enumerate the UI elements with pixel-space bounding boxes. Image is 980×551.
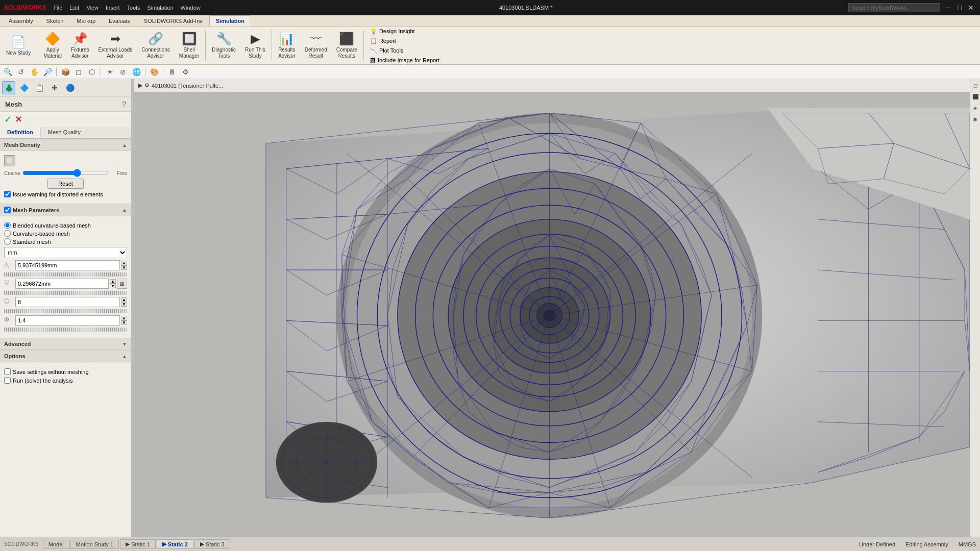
- run-analysis-checkbox[interactable]: [4, 377, 11, 384]
- warning-checkbox[interactable]: [4, 191, 11, 197]
- view-rotate-btn[interactable]: ↺: [15, 66, 27, 78]
- rs-btn-2[interactable]: ⬛: [971, 92, 979, 101]
- min-element-input[interactable]: [15, 279, 109, 289]
- min-element-arrows: ▲ ▼: [110, 279, 116, 288]
- apply-material-button[interactable]: 🔶 ApplyMaterial: [39, 28, 66, 63]
- save-settings-checkbox[interactable]: [4, 368, 11, 375]
- view-lights-btn[interactable]: ☀: [104, 66, 115, 78]
- view-appearance-btn[interactable]: 🎨: [149, 66, 160, 78]
- include-image-button[interactable]: 🖼 Include Image for Report: [370, 57, 439, 63]
- max-element-up[interactable]: ▲: [121, 261, 127, 265]
- tab-motion-study-1[interactable]: Motion Study 1: [70, 540, 119, 549]
- panel-icon-display[interactable]: ✚: [48, 81, 61, 94]
- standard-radio[interactable]: [4, 238, 11, 245]
- menu-view[interactable]: View: [83, 4, 102, 12]
- diagnostic-tools-button[interactable]: 🔧 DiagnosticTools: [208, 28, 240, 63]
- view-display-btn[interactable]: 📦: [60, 66, 71, 78]
- tab-static-3[interactable]: ▶Static 3: [194, 539, 230, 549]
- circle-up[interactable]: ▲: [121, 316, 127, 320]
- unit-select[interactable]: mmcminft: [4, 247, 127, 258]
- shell-manager-button[interactable]: 🔲 ShellManager: [175, 28, 203, 63]
- rs-btn-3[interactable]: ◈: [971, 104, 979, 112]
- panel-icon-propertymanager[interactable]: 🔷: [17, 81, 31, 94]
- tab-markup[interactable]: Markup: [70, 15, 102, 27]
- panel-icon-dim[interactable]: 🔵: [63, 81, 77, 94]
- report-button[interactable]: 📋 Report: [370, 38, 439, 44]
- grade-down[interactable]: ▼: [121, 302, 127, 307]
- menu-insert[interactable]: Insert: [103, 4, 123, 12]
- standard-radio-row: Standard mesh: [4, 238, 127, 245]
- tab-model[interactable]: Model: [43, 540, 69, 549]
- panel-icon-config[interactable]: 📋: [33, 81, 46, 94]
- close-btn[interactable]: ✕: [966, 4, 976, 12]
- design-insight-button[interactable]: 💡 Design Insight: [370, 28, 439, 35]
- external-loads-button[interactable]: ➡ External LoadsAdvisor: [94, 28, 137, 63]
- save-settings-label: Save settings without meshing: [13, 369, 89, 375]
- max-element-input[interactable]: [15, 260, 120, 270]
- cancel-button[interactable]: ✕: [15, 114, 22, 125]
- view-orient-btn[interactable]: 🔍: [2, 66, 13, 78]
- view-settings-btn[interactable]: ⚙: [180, 66, 191, 78]
- min-element-down[interactable]: ▼: [110, 284, 116, 288]
- grade-input[interactable]: [15, 297, 120, 307]
- panel-icon-featuretree[interactable]: 🌲: [2, 81, 15, 94]
- options-header[interactable]: Options ▲: [0, 350, 131, 362]
- min-element-up[interactable]: ▲: [110, 279, 116, 284]
- view-monitor-btn[interactable]: 🖥: [166, 66, 178, 78]
- blended-radio[interactable]: [4, 222, 11, 229]
- menu-simulation[interactable]: Simulation: [144, 4, 176, 12]
- max-element-down[interactable]: ▼: [121, 265, 127, 270]
- curvature-radio[interactable]: [4, 230, 11, 237]
- expand-tree-icon[interactable]: ▶: [138, 82, 142, 89]
- connections-button[interactable]: 🔗 ConnectionsAdvisor: [137, 28, 174, 63]
- status-bar: SOLIDWORKS Model Motion Study 1 ▶Static …: [0, 537, 980, 551]
- plot-tools-button[interactable]: 📉 Plot Tools: [370, 47, 439, 54]
- grade-up[interactable]: ▲: [121, 297, 127, 302]
- view-pan-btn[interactable]: ✋: [29, 66, 40, 78]
- mesh-parameters-header[interactable]: Mesh Parameters ▲: [0, 204, 131, 216]
- new-study-button[interactable]: 📄 New Study: [2, 28, 35, 63]
- mesh-parameters-section: Mesh Parameters ▲ Blended curvature-base…: [0, 204, 131, 338]
- tab-sketch[interactable]: Sketch: [40, 15, 70, 27]
- tab-addins[interactable]: SOLIDWORKS Add-Ins: [137, 15, 209, 27]
- left-panel: 🌲 🔷 📋 ✚ 🔵 Mesh ? ✓ ✕ Definition Mesh Qua…: [0, 79, 132, 537]
- fixtures-advisor-button[interactable]: 📌 FixturesAdvisor: [67, 28, 93, 63]
- results-advisor-button[interactable]: 📊 ResultsAdvisor: [274, 28, 300, 63]
- confirm-button[interactable]: ✓: [4, 114, 12, 125]
- menu-file[interactable]: File: [51, 4, 66, 12]
- view-scene-btn[interactable]: 🌐: [131, 66, 142, 78]
- compare-results-button[interactable]: ⬛ CompareResults: [332, 28, 361, 63]
- mesh-density-slider[interactable]: [22, 169, 109, 177]
- panel-tabs: Definition Mesh Quality: [0, 127, 131, 139]
- run-study-button[interactable]: ▶ Run ThisStudy: [241, 28, 270, 63]
- tab-mesh-quality[interactable]: Mesh Quality: [41, 127, 88, 138]
- circle-input[interactable]: [15, 315, 120, 325]
- view-zoom-btn[interactable]: 🔎: [42, 66, 53, 78]
- rs-btn-1[interactable]: ◻: [971, 81, 979, 89]
- tab-static-1[interactable]: ▶Static 1: [120, 539, 156, 549]
- maximize-btn[interactable]: □: [955, 4, 964, 12]
- mesh-params-enable-checkbox[interactable]: [4, 207, 11, 213]
- tab-definition[interactable]: Definition: [0, 127, 41, 138]
- tab-simulation[interactable]: Simulation: [209, 15, 251, 27]
- panel-help-icon[interactable]: ?: [122, 100, 126, 108]
- rs-btn-4[interactable]: ◉: [971, 115, 979, 123]
- menu-tools[interactable]: Tools: [124, 4, 143, 12]
- circle-down[interactable]: ▼: [121, 320, 127, 325]
- min-element-calc-btn[interactable]: ⊞: [117, 279, 127, 289]
- menu-edit[interactable]: Edit: [66, 4, 82, 12]
- tab-static-2[interactable]: ▶Static 2: [157, 539, 193, 549]
- search-input[interactable]: [848, 3, 940, 12]
- deformed-result-button[interactable]: 〰 DeformedResult: [301, 28, 331, 63]
- minimize-btn[interactable]: ─: [944, 4, 953, 12]
- view-hidden-btn[interactable]: ◻: [73, 66, 84, 78]
- mesh-density-title: Mesh Density: [4, 142, 40, 148]
- mesh-density-header[interactable]: Mesh Density ▲: [0, 139, 131, 151]
- tab-assembly[interactable]: Assembly: [2, 15, 40, 27]
- view-section-btn[interactable]: ⊘: [117, 66, 129, 78]
- view-shaded-btn[interactable]: ⬡: [86, 66, 97, 78]
- menu-window[interactable]: Window: [178, 4, 204, 12]
- tab-evaluate[interactable]: Evaluate: [102, 15, 137, 27]
- advanced-header[interactable]: Advanced ▼: [0, 338, 131, 350]
- reset-button[interactable]: Reset: [47, 179, 84, 189]
